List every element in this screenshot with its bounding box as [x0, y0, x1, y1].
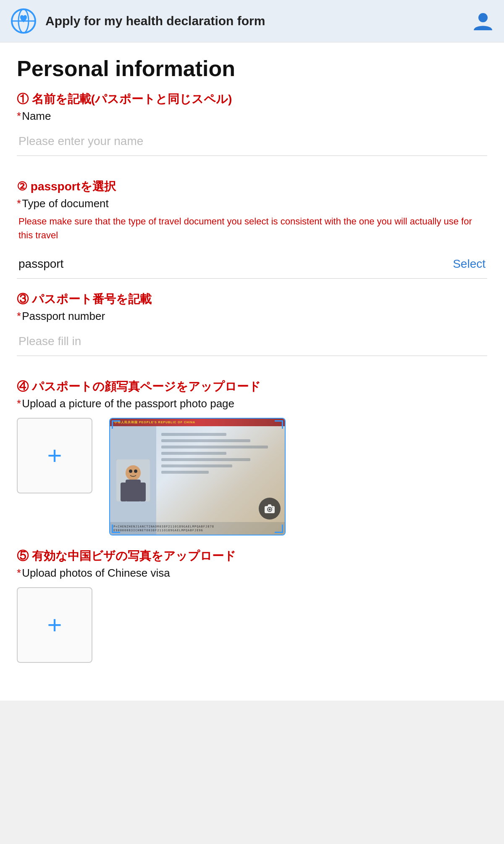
doc-required-marker: *: [17, 197, 21, 210]
passport-upload-box[interactable]: +: [17, 418, 92, 493]
document-type-label: *Type of document: [17, 197, 487, 210]
document-type-select-row: passport Select: [17, 250, 487, 279]
name-label: *Name: [17, 110, 487, 123]
visa-upload-plus-icon: +: [47, 612, 62, 638]
svg-rect-10: [139, 483, 146, 501]
passport-required-marker: *: [17, 310, 21, 322]
section-passport-number: ③ パスポート番号を記載 *Passport number: [17, 291, 487, 369]
document-type-value: passport: [18, 257, 63, 271]
section-passport-photo-upload: ④ パスポートの顔写真ページをアップロード *Upload a picture …: [17, 379, 487, 535]
section4-instruction: ④ パスポートの顔写真ページをアップロード: [17, 379, 487, 395]
passport-photo-upload-label: *Upload a picture of the passport photo …: [17, 397, 487, 410]
svg-point-7: [129, 469, 132, 473]
section-document-type: ② passportを選択 *Type of document Please m…: [17, 179, 487, 279]
main-content: Personal information ① 名前を記載(パスポートと同じスペル…: [0, 42, 504, 701]
corner-marker-bl: [112, 525, 120, 533]
passport-info-line: [161, 433, 226, 436]
visa-upload-box[interactable]: +: [17, 587, 92, 663]
passport-info-line: [161, 452, 226, 455]
passport-number-label: *Passport number: [17, 310, 487, 323]
passport-photo-preview[interactable]: 中华人民共和国 PEOPLE'S REPUBLIC OF CHINA: [109, 418, 286, 535]
passport-info-line: [161, 464, 232, 467]
upload-plus-icon: +: [47, 443, 62, 468]
svg-point-5: [126, 465, 141, 480]
svg-point-8: [134, 469, 137, 473]
globe-heart-icon: [10, 8, 37, 34]
svg-point-13: [269, 509, 271, 511]
passport-info-line: [161, 439, 250, 442]
svg-rect-6: [126, 480, 141, 501]
section-name: ① 名前を記載(パスポートと同じスペル) *Name: [17, 91, 487, 169]
name-required-marker: *: [17, 110, 21, 122]
svg-point-14: [272, 507, 273, 508]
visa-required-marker: *: [17, 567, 21, 579]
passport-number-input[interactable]: [17, 327, 487, 356]
corner-marker-tl: [112, 420, 120, 429]
header-title: Apply for my health declaration form: [45, 14, 472, 28]
visa-upload-area: +: [17, 587, 487, 663]
passport-info-line: [161, 471, 209, 474]
name-input[interactable]: [17, 127, 487, 156]
section3-instruction: ③ パスポート番号を記載: [17, 291, 487, 307]
passport-info-line: [161, 458, 250, 461]
corner-marker-tr: [275, 420, 283, 429]
user-avatar-icon[interactable]: [472, 10, 494, 32]
passport-camera-button[interactable]: [259, 498, 281, 520]
page-title: Personal information: [17, 56, 487, 81]
visa-upload-label: *Upload photos of Chinese visa: [17, 567, 487, 580]
corner-marker-br: [275, 525, 283, 533]
passport-face-photo: [116, 459, 150, 501]
svg-rect-9: [121, 483, 127, 501]
passport-preview-inner: 中华人民共和国 PEOPLE'S REPUBLIC OF CHINA: [110, 419, 285, 535]
document-type-select-button[interactable]: Select: [453, 257, 486, 271]
camera-icon: [264, 503, 276, 514]
passport-mrz-text: P<CHENZHENJ1ANCTINAOR038F2110189GAELMPQA…: [110, 522, 285, 535]
section2-instruction: ② passportを選択: [17, 179, 487, 195]
svg-point-3: [478, 13, 488, 22]
section1-instruction: ① 名前を記載(パスポートと同じスペル): [17, 91, 487, 107]
passport-upload-area: + 中华人民共和国 PEOPLE'S REPUBLIC OF CHINA: [17, 418, 487, 535]
passport-info-line: [161, 446, 268, 448]
upload-required-marker: *: [17, 397, 21, 410]
section5-instruction: ⑤ 有効な中国ビザの写真をアップロード: [17, 548, 487, 564]
document-type-warning: Please make sure that the type of travel…: [17, 214, 487, 242]
passport-photo-column: [110, 426, 156, 535]
section-visa-upload: ⑤ 有効な中国ビザの写真をアップロード *Upload photos of Ch…: [17, 548, 487, 663]
app-header: Apply for my health declaration form: [0, 0, 504, 42]
